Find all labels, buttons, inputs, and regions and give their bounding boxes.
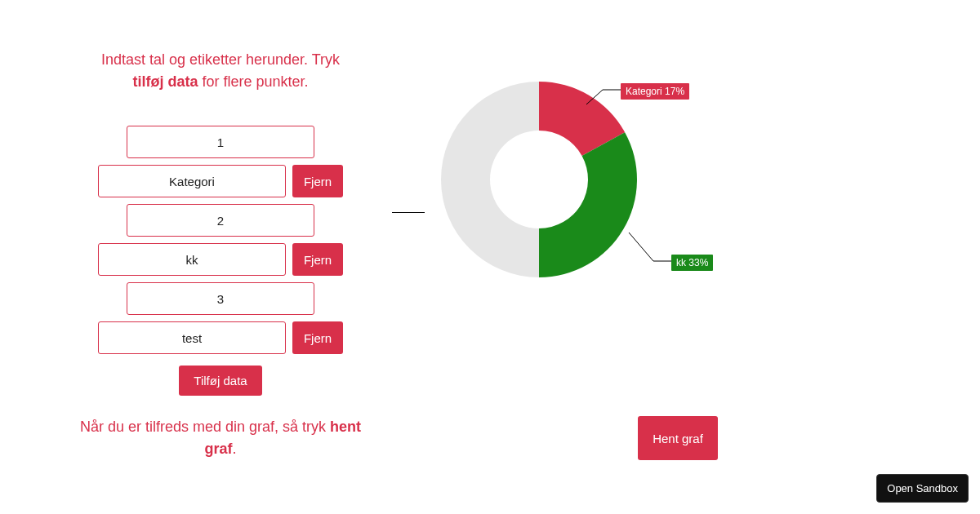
remove-button[interactable]: Fjern — [292, 165, 343, 197]
remove-button[interactable]: Fjern — [292, 243, 343, 276]
label-input[interactable] — [98, 321, 286, 354]
fetch-graph-button[interactable]: Hent graf — [638, 416, 718, 460]
open-sandbox-button[interactable]: Open Sandbox — [876, 474, 969, 503]
label-row: Fjern — [65, 321, 376, 354]
remove-button[interactable]: Fjern — [292, 321, 343, 354]
data-rows: Fjern Fjern Fjern Tilføj data — [65, 126, 376, 396]
instruction-bottom: Når du er tilfreds med din graf, så tryk… — [0, 416, 376, 460]
instruction-bottom-post: . — [233, 441, 237, 457]
instruction-top-bold: tilføj data — [132, 73, 198, 90]
instruction-top-post: for flere punkter. — [198, 73, 308, 90]
label-input[interactable] — [98, 165, 286, 197]
value-input[interactable] — [127, 282, 314, 315]
instruction-top: Indtast tal og etiketter herunder. Tryk … — [90, 49, 351, 93]
label-input[interactable] — [98, 243, 286, 276]
label-row: Fjern — [65, 243, 376, 276]
donut-slice-kk — [539, 132, 637, 277]
value-input[interactable] — [127, 126, 314, 158]
axis-tick — [392, 212, 425, 213]
slice-label-kategori: Kategori 17% — [621, 83, 689, 100]
label-row: Fjern — [65, 165, 376, 197]
add-data-button[interactable]: Tilføj data — [179, 366, 261, 396]
slice-label-kk: kk 33% — [671, 255, 713, 271]
donut-slice-other — [441, 82, 539, 277]
instruction-top-pre: Indtast tal og etiketter herunder. Tryk — [101, 51, 340, 68]
donut-chart: Kategori 17% kk 33% — [376, 49, 866, 343]
instruction-bottom-pre: Når du er tilfreds med din graf, så tryk — [80, 419, 330, 435]
value-input[interactable] — [127, 204, 314, 237]
donut-svg — [425, 65, 653, 294]
